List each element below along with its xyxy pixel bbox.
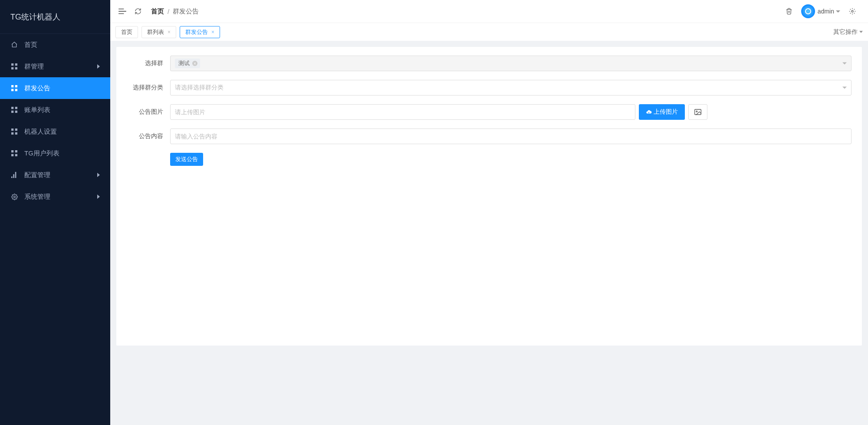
sidebar-item-bot-settings[interactable]: 机器人设置	[0, 121, 110, 142]
content-panel: 选择群 测试 × 选择群分类 请选择选择群分类	[116, 47, 862, 346]
sidebar-item-group-manage[interactable]: 群管理	[0, 56, 110, 77]
svg-rect-6	[11, 89, 13, 91]
menu-toggle-icon[interactable]	[115, 3, 130, 19]
form-row-image: 公告图片 上传图片	[127, 104, 852, 120]
sidebar-item-system[interactable]: 系统管理	[0, 186, 110, 208]
group-label: 选择群	[127, 59, 170, 67]
svg-rect-8	[11, 107, 13, 109]
svg-rect-2	[11, 67, 13, 69]
grid-icon	[10, 63, 18, 70]
grid-icon	[10, 106, 18, 114]
svg-rect-12	[11, 128, 13, 131]
tab-label: 群列表	[147, 28, 164, 36]
tab-close-icon[interactable]: ×	[168, 29, 171, 35]
sidebar-item-label: 系统管理	[24, 193, 50, 201]
chevron-right-icon	[97, 173, 100, 177]
sidebar-item-tg-users[interactable]: TG用户列表	[0, 142, 110, 164]
sidebar-item-home[interactable]: 首页	[0, 34, 110, 56]
sidebar-item-label: 群管理	[24, 63, 44, 71]
tabs-more-menu[interactable]: 其它操作	[833, 28, 863, 36]
svg-rect-22	[15, 172, 16, 178]
sidebar-item-label: 账单列表	[24, 106, 50, 114]
tag-remove-icon[interactable]: ×	[192, 61, 197, 66]
gear-icon	[10, 193, 18, 201]
app-logo: TG统计机器人	[0, 0, 110, 34]
trash-icon[interactable]	[781, 3, 797, 19]
breadcrumb-page: 群发公告	[173, 7, 199, 16]
group-select[interactable]: 测试 ×	[170, 56, 852, 71]
svg-rect-3	[15, 67, 17, 69]
svg-rect-11	[15, 111, 17, 113]
svg-point-23	[13, 196, 15, 198]
svg-rect-4	[11, 85, 13, 87]
tab-label: 首页	[121, 28, 132, 36]
tabs-bar: 首页 群列表 × 群发公告 × 其它操作	[110, 23, 868, 41]
settings-icon[interactable]	[845, 3, 860, 19]
group-tag[interactable]: 测试 ×	[175, 59, 200, 68]
svg-rect-5	[15, 85, 17, 87]
image-icon	[694, 109, 701, 115]
svg-rect-15	[15, 132, 17, 135]
cloud-upload-icon	[646, 109, 652, 115]
side-menu: 首页 群管理 群发公告 账单列表	[0, 34, 110, 425]
grid-icon	[10, 84, 18, 92]
submit-button[interactable]: 发送公告	[170, 153, 203, 166]
sidebar-item-bill-list[interactable]: 账单列表	[0, 99, 110, 121]
sidebar-item-label: TG用户列表	[24, 149, 59, 158]
chevron-down-icon[interactable]	[836, 10, 840, 13]
svg-rect-28	[695, 109, 701, 115]
bars-icon	[10, 171, 18, 179]
tab-label: 群发公告	[185, 28, 208, 36]
category-select[interactable]: 请选择选择群分类	[170, 80, 852, 96]
breadcrumb: 首页 / 群发公告	[151, 7, 199, 16]
svg-point-27	[852, 10, 853, 12]
preview-image-button[interactable]	[688, 104, 707, 120]
svg-rect-13	[15, 128, 17, 131]
grid-icon	[10, 149, 18, 157]
sidebar-item-config[interactable]: 配置管理	[0, 164, 110, 186]
svg-rect-9	[15, 107, 17, 109]
image-path-input[interactable]	[170, 104, 635, 120]
tab-home[interactable]: 首页	[115, 26, 138, 38]
category-placeholder: 请选择选择群分类	[175, 84, 224, 92]
image-label: 公告图片	[127, 108, 170, 116]
chevron-down-icon	[842, 87, 847, 89]
sidebar-item-broadcast[interactable]: 群发公告	[0, 77, 110, 99]
group-tag-label: 测试	[178, 59, 190, 67]
tab-group-list[interactable]: 群列表 ×	[141, 26, 176, 38]
tabs-more-label: 其它操作	[833, 28, 858, 36]
user-name[interactable]: admin	[818, 8, 834, 15]
form-row-submit: 发送公告	[127, 153, 852, 166]
svg-rect-0	[11, 63, 13, 66]
chevron-right-icon	[97, 64, 100, 69]
breadcrumb-home[interactable]: 首页	[151, 7, 164, 16]
form-row-group: 选择群 测试 ×	[127, 56, 852, 71]
submit-label: 发送公告	[175, 155, 198, 163]
tab-close-icon[interactable]: ×	[211, 29, 214, 35]
svg-rect-10	[11, 111, 13, 113]
main: 首页 / 群发公告 admin 首页 群列表 ×	[110, 0, 868, 425]
svg-rect-1	[15, 63, 17, 66]
chevron-down-icon	[842, 63, 847, 65]
sidebar-item-label: 配置管理	[24, 171, 50, 179]
content-input[interactable]	[170, 128, 852, 144]
svg-rect-21	[13, 174, 14, 178]
svg-rect-18	[11, 154, 13, 156]
sidebar-item-label: 机器人设置	[24, 128, 57, 136]
refresh-icon[interactable]	[130, 3, 146, 19]
sidebar: TG统计机器人 首页 群管理 群发公告	[0, 0, 110, 425]
home-icon	[10, 41, 18, 49]
tab-broadcast[interactable]: 群发公告 ×	[180, 26, 220, 38]
avatar[interactable]	[801, 4, 815, 18]
upload-button[interactable]: 上传图片	[639, 104, 685, 120]
svg-rect-7	[15, 89, 17, 91]
svg-rect-20	[11, 177, 13, 178]
header: 首页 / 群发公告 admin	[110, 0, 868, 23]
sidebar-item-label: 群发公告	[24, 84, 50, 92]
form-row-content: 公告内容	[127, 128, 852, 144]
sidebar-item-label: 首页	[24, 41, 37, 49]
form-row-category: 选择群分类 请选择选择群分类	[127, 80, 852, 96]
category-label: 选择群分类	[127, 84, 170, 92]
upload-label: 上传图片	[654, 108, 678, 116]
breadcrumb-separator: /	[168, 8, 169, 15]
